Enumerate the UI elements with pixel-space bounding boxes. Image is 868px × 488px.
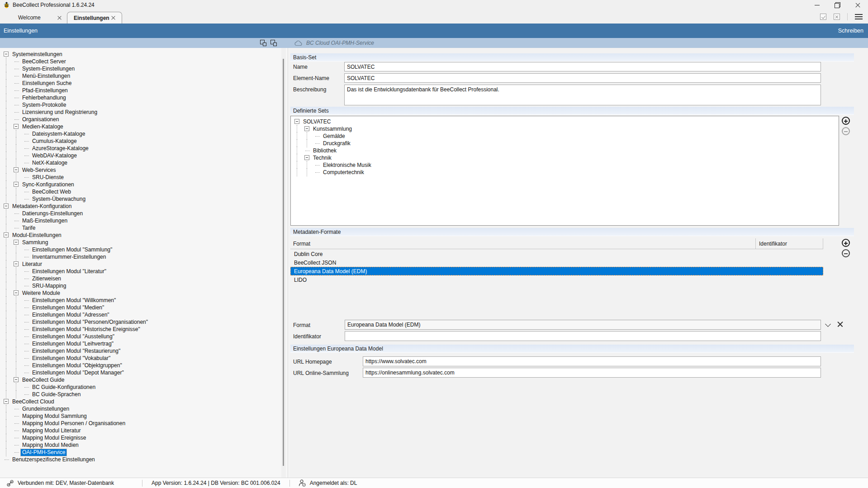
settings-tree-item[interactable]: NetX-Kataloge [0, 159, 288, 166]
collapse-box-icon[interactable] [4, 232, 10, 239]
close-button[interactable] [848, 0, 868, 10]
settings-tree-item[interactable]: WebDAV-Kataloge [0, 152, 288, 159]
settings-tree-item[interactable]: Mapping Modul Sammlung [0, 412, 288, 420]
settings-tree-item[interactable]: Einstellungen Suche [0, 80, 288, 87]
collapse-box-icon[interactable] [14, 239, 20, 246]
menu-hamburger-icon[interactable] [855, 14, 863, 19]
settings-tree-item[interactable]: Weitere Module [0, 289, 288, 297]
collapse-box-icon[interactable] [4, 51, 10, 58]
beschreibung-textarea[interactable]: Das ist die Entwicklungsdatenbank für Be… [344, 85, 821, 105]
settings-tree-item[interactable]: Einstellungen Modul "Objektgruppen" [0, 362, 288, 369]
defined-set-item[interactable]: Elektronische Musik [291, 161, 839, 169]
add-format-button[interactable] [842, 239, 850, 247]
settings-tree-item[interactable]: Mapping Modul Ereignisse [0, 434, 288, 441]
url-homepage-input[interactable] [363, 356, 821, 366]
element-name-input[interactable] [344, 73, 821, 83]
settings-tree-item[interactable]: System-Protokolle [0, 101, 288, 109]
expand-all-icon[interactable] [270, 40, 277, 46]
settings-tree-item[interactable]: Einstellungen Modul "Medien" [0, 304, 288, 311]
defined-set-item[interactable]: Computertechnik [291, 169, 839, 176]
settings-tree-item[interactable]: Einstellungen Modul "Historische Ereigni… [0, 326, 288, 333]
settings-tree-item[interactable]: Mapping Modul Medien [0, 441, 288, 449]
settings-tree-item[interactable]: Menü-Einstellungen [0, 72, 288, 80]
collapse-box-icon[interactable] [304, 125, 311, 133]
defined-set-item[interactable]: Technik [291, 154, 839, 161]
settings-tree-item[interactable]: Einstellungen Modul "Depot Manager" [0, 369, 288, 376]
settings-tree-item[interactable]: Mapping Modul Personen / Organisationen [0, 420, 288, 427]
settings-tree-item[interactable]: System-Einstellungen [0, 65, 288, 72]
settings-tree-item[interactable]: Mapping Modul Literatur [0, 427, 288, 434]
settings-tree-item[interactable]: Literatur [0, 261, 288, 268]
settings-tree-item[interactable]: Einstellungen Modul "Sammlung" [0, 246, 288, 253]
tree-scrollbar-thumb[interactable] [283, 59, 284, 466]
settings-tree-item[interactable]: BeeCollect Guide [0, 376, 288, 384]
defined-set-item[interactable]: Gemälde [291, 133, 839, 140]
collapse-box-icon[interactable] [14, 166, 20, 174]
name-input[interactable] [344, 62, 821, 71]
collapse-box-icon[interactable] [14, 123, 20, 130]
settings-tree-item[interactable]: Systemeinstellungen [0, 51, 288, 58]
collapse-box-icon[interactable] [14, 181, 20, 188]
settings-tree-item[interactable]: Benutzerspezifische Einstellungen [0, 456, 288, 463]
settings-tree-item[interactable]: Einstellungen Modul "Ausstellung" [0, 333, 288, 340]
checkbox-cross-icon[interactable] [834, 14, 840, 20]
settings-tree-item[interactable]: AzureStorage-Kataloge [0, 145, 288, 152]
settings-tree-item[interactable]: System-Überwachung [0, 195, 288, 203]
settings-tree-item[interactable]: Zitierweisen [0, 275, 288, 282]
collapse-box-icon[interactable] [14, 289, 20, 297]
tab-einstellungen-close-icon[interactable] [111, 16, 115, 20]
settings-tree-item[interactable]: BC Guide-Konfigurationen [0, 384, 288, 391]
add-set-button[interactable] [842, 117, 850, 125]
format-row[interactable]: BeeCollect JSON [290, 258, 823, 267]
settings-tree-item[interactable]: Tarife [0, 224, 288, 232]
settings-tree-item[interactable]: Lizensierung und Registrierung [0, 109, 288, 116]
collapse-box-icon[interactable] [14, 261, 20, 268]
defined-set-item[interactable]: Kunstsammlung [291, 125, 839, 133]
settings-tree-item[interactable]: Inventarnummer-Einstellungen [0, 253, 288, 261]
settings-tree-item[interactable]: Web-Services [0, 166, 288, 174]
settings-tree-item[interactable]: Modul-Einstellungen [0, 232, 288, 239]
settings-tree-item[interactable]: BeeCollect Cloud [0, 398, 288, 405]
settings-tree-item[interactable]: BC Guide-Sprachen [0, 391, 288, 398]
settings-tree-item[interactable]: Einstellungen Modul "Leihvertrag" [0, 340, 288, 347]
remove-set-button[interactable] [842, 127, 850, 135]
settings-tree-item[interactable]: SRU-Mapping [0, 282, 288, 289]
collapse-box-icon[interactable] [304, 154, 311, 161]
maximize-button[interactable] [827, 0, 848, 10]
settings-tree-item[interactable]: Dateisystem-Kataloge [0, 130, 288, 137]
settings-tree-item[interactable]: Einstellungen Modul "Vokabular" [0, 355, 288, 362]
settings-tree-item[interactable]: Fehlerbehandlung [0, 94, 288, 101]
tree-scrollbar[interactable] [281, 48, 286, 478]
schreiben-action[interactable]: Schreiben [838, 28, 863, 34]
settings-tree-item[interactable]: Einstellungen Modul "Literatur" [0, 268, 288, 275]
settings-tree-item[interactable]: Cumulus-Kataloge [0, 137, 288, 145]
settings-tree-item[interactable]: BeeCollect Server [0, 58, 288, 65]
format-row[interactable]: Europeana Data Model (EDM) [290, 267, 823, 275]
format-row[interactable]: LIDO [290, 275, 823, 284]
settings-tree-item[interactable]: Einstellungen Modul "Restaurierung" [0, 347, 288, 355]
settings-tree-item[interactable]: Einstellungen Modul "Adressen" [0, 311, 288, 318]
settings-tree-item[interactable]: Sync-Konfigurationen [0, 181, 288, 188]
collapse-box-icon[interactable] [4, 203, 10, 210]
collapse-box-icon[interactable] [294, 118, 301, 125]
collapse-all-icon[interactable] [260, 40, 266, 46]
tab-welcome[interactable]: Welcome [9, 12, 68, 24]
settings-tree-item[interactable]: BeeCollect Web [0, 188, 288, 195]
checkbox-check-icon[interactable] [820, 14, 826, 20]
tab-einstellungen[interactable]: Einstellungen [67, 12, 122, 24]
defined-set-item[interactable]: Druckgrafik [291, 140, 839, 147]
settings-tree-item[interactable]: Pfad-Einstellungen [0, 87, 288, 94]
settings-tree-item[interactable]: Medien-Kataloge [0, 123, 288, 130]
url-online-sammlung-input[interactable] [363, 368, 821, 378]
settings-tree-item[interactable]: Einstellungen Modul "Willkommen" [0, 297, 288, 304]
settings-tree-item[interactable]: Organisationen [0, 116, 288, 123]
clear-format-icon[interactable] [837, 321, 843, 327]
defined-set-item[interactable]: Bibliothek [291, 147, 839, 154]
settings-tree-item[interactable]: SRU-Dienste [0, 174, 288, 181]
collapse-box-icon[interactable] [14, 376, 20, 384]
settings-tree-item[interactable]: Metadaten-Konfiguration [0, 203, 288, 210]
settings-tree-item[interactable]: Maß-Einstellungen [0, 217, 288, 224]
settings-tree-item[interactable]: Grundeinstellungen [0, 405, 288, 412]
chevron-down-icon[interactable] [825, 321, 831, 327]
remove-format-button[interactable] [842, 249, 850, 257]
